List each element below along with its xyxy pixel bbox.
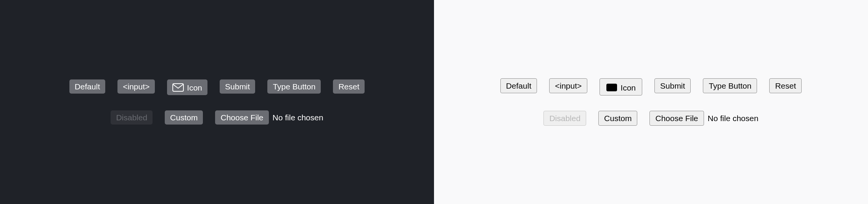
button-row-1: Default <input> Icon Submit Type Button … — [500, 78, 802, 96]
file-status-label: No file chosen — [708, 114, 759, 123]
choose-file-button[interactable]: Choose File — [649, 111, 704, 126]
file-status-label: No file chosen — [273, 113, 323, 122]
icon-button[interactable]: Icon — [167, 79, 207, 95]
submit-button[interactable]: Submit — [220, 79, 255, 94]
input-styled-button[interactable]: <input> — [117, 79, 155, 94]
svg-rect-1 — [606, 84, 617, 91]
submit-button[interactable]: Submit — [654, 78, 691, 93]
icon-button[interactable]: Icon — [600, 78, 642, 96]
icon-button-label: Icon — [620, 83, 636, 93]
custom-button[interactable]: Custom — [598, 111, 637, 126]
dark-theme-panel: Default <input> Icon Submit Type Button … — [0, 0, 434, 204]
icon-button-label: Icon — [187, 83, 202, 93]
default-button[interactable]: Default — [500, 78, 537, 93]
solid-icon — [606, 83, 617, 92]
file-input-wrapper: Choose File No file chosen — [649, 111, 758, 126]
reset-button[interactable]: Reset — [769, 78, 802, 93]
svg-rect-0 — [173, 84, 183, 91]
reset-button[interactable]: Reset — [333, 79, 365, 94]
type-button[interactable]: Type Button — [703, 78, 757, 93]
type-button[interactable]: Type Button — [267, 79, 321, 94]
custom-button[interactable]: Custom — [165, 110, 203, 125]
disabled-button: Disabled — [111, 110, 153, 125]
file-input-wrapper: Choose File No file chosen — [215, 110, 323, 125]
light-theme-panel: Default <input> Icon Submit Type Button … — [434, 0, 868, 204]
input-styled-button[interactable]: <input> — [549, 78, 587, 93]
envelope-icon — [172, 83, 184, 92]
default-button[interactable]: Default — [69, 79, 106, 94]
button-row-2: Disabled Custom Choose File No file chos… — [543, 111, 758, 126]
disabled-button: Disabled — [543, 111, 586, 126]
choose-file-button[interactable]: Choose File — [215, 110, 268, 125]
button-row-2: Disabled Custom Choose File No file chos… — [111, 110, 323, 125]
button-row-1: Default <input> Icon Submit Type Button … — [69, 79, 365, 95]
